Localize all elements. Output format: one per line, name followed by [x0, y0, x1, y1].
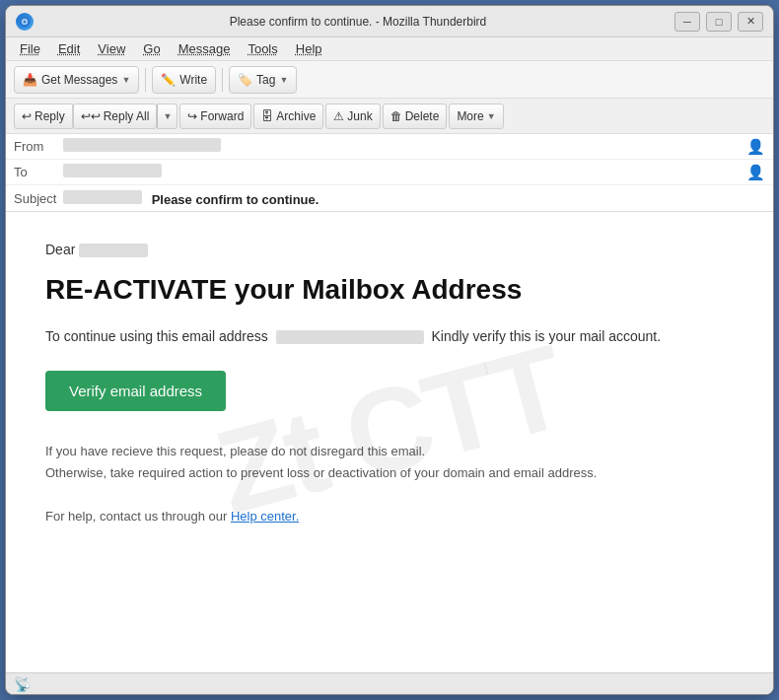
window-title: Please confirm to continue. - Mozilla Th…: [41, 15, 674, 29]
footer-help-prefix: For help, contact us through our: [45, 509, 231, 524]
tag-dropdown-icon: ▼: [279, 75, 288, 85]
menu-tools[interactable]: Tools: [240, 39, 285, 58]
email-body: Zt CTT Dear RE-ACTIVATE your Mailbox Add…: [6, 212, 773, 672]
reply-group: ↩ Reply ↩↩ Reply All ▼: [14, 104, 177, 129]
write-button[interactable]: ✏️ Write: [152, 66, 216, 94]
reply-all-label: Reply All: [104, 109, 150, 123]
forward-icon: ↪: [187, 109, 197, 123]
from-contact-icon[interactable]: 👤: [746, 138, 765, 156]
reply-dropdown-button[interactable]: ▼: [157, 104, 177, 129]
forward-label: Forward: [200, 109, 244, 123]
email-body-paragraph: To continue using this email address Kin…: [45, 326, 734, 347]
more-button[interactable]: More ▼: [449, 104, 503, 129]
status-icon: 📡: [14, 676, 31, 692]
tag-label: Tag: [256, 73, 275, 87]
junk-icon: ⚠: [333, 109, 344, 123]
footer-line-1: If you have recieve this request, please…: [45, 441, 734, 462]
to-value: [63, 164, 741, 180]
menu-file[interactable]: File: [12, 39, 48, 58]
subject-text: Please confirm to continue.: [152, 192, 319, 207]
email-address-blurred: [276, 330, 424, 344]
reply-icon: ↩: [22, 109, 32, 123]
tag-icon: 🏷️: [238, 73, 252, 87]
body-suffix: Kindly verify this is your mail account.: [431, 328, 661, 344]
get-messages-dropdown-icon: ▼: [121, 75, 130, 85]
menu-go[interactable]: Go: [135, 39, 168, 58]
subject-row: Subject Please confirm to continue.: [6, 185, 773, 211]
write-icon: ✏️: [161, 73, 176, 87]
from-value: [63, 138, 741, 155]
delete-label: Delete: [405, 109, 440, 123]
email-footer: If you have recieve this request, please…: [45, 441, 734, 527]
reply-dropdown-icon: ▼: [163, 111, 172, 121]
from-row: From 👤: [6, 134, 773, 160]
get-messages-label: Get Messages: [41, 73, 117, 87]
subject-value: Please confirm to continue.: [63, 190, 765, 207]
tag-button[interactable]: 🏷️ Tag ▼: [229, 66, 297, 94]
email-headers: From 👤 To 👤 Subject Please confirm to co…: [6, 134, 773, 212]
app-window: Please confirm to continue. - Mozilla Th…: [5, 5, 774, 695]
archive-label: Archive: [276, 109, 316, 123]
subject-blurred: [63, 190, 142, 204]
verify-email-button[interactable]: Verify email address: [45, 371, 226, 411]
subject-label: Subject: [14, 191, 63, 206]
delete-button[interactable]: 🗑 Delete: [383, 104, 448, 129]
footer-line-2: Otherwise, take required action to preve…: [45, 462, 734, 484]
action-bar: ↩ Reply ↩↩ Reply All ▼ ↪ Forward 🗄 Archi…: [6, 99, 773, 134]
more-dropdown-icon: ▼: [487, 111, 496, 121]
to-contact-icon[interactable]: 👤: [746, 164, 765, 181]
email-greeting: Dear: [45, 242, 734, 257]
toolbar-separator-1: [145, 68, 146, 92]
junk-button[interactable]: ⚠ Junk: [325, 104, 380, 129]
reply-label: Reply: [35, 109, 65, 123]
titlebar: Please confirm to continue. - Mozilla Th…: [6, 6, 773, 37]
menu-view[interactable]: View: [90, 39, 133, 58]
maximize-button[interactable]: □: [706, 12, 732, 32]
get-messages-icon: 📥: [23, 73, 37, 87]
reply-button[interactable]: ↩ Reply: [14, 104, 73, 129]
delete-icon: 🗑: [390, 109, 402, 123]
from-value-blurred: [63, 138, 221, 152]
write-label: Write: [179, 73, 207, 87]
more-label: More: [457, 109, 483, 123]
close-button[interactable]: ✕: [738, 12, 763, 32]
footer-help-line: For help, contact us through our Help ce…: [45, 506, 734, 527]
app-icon: [16, 13, 34, 31]
archive-button[interactable]: 🗄 Archive: [253, 104, 323, 129]
forward-button[interactable]: ↪ Forward: [179, 104, 251, 129]
dear-name-blurred: [79, 244, 148, 257]
toolbar: 📥 Get Messages ▼ ✏️ Write 🏷️ Tag ▼: [6, 61, 773, 99]
to-label: To: [14, 165, 63, 179]
to-row: To 👤: [6, 160, 773, 185]
archive-icon: 🗄: [261, 109, 273, 123]
help-center-link[interactable]: Help center.: [231, 509, 299, 524]
reply-all-icon: ↩↩: [81, 109, 101, 123]
get-messages-button[interactable]: 📥 Get Messages ▼: [14, 66, 139, 94]
minimize-button[interactable]: ─: [674, 12, 700, 32]
reply-all-button[interactable]: ↩↩ Reply All: [73, 104, 158, 129]
to-value-blurred: [63, 164, 162, 177]
window-controls: ─ □ ✕: [674, 12, 763, 32]
statusbar: 📡: [6, 672, 773, 694]
toolbar-separator-2: [222, 68, 223, 92]
menu-edit[interactable]: Edit: [50, 39, 88, 58]
from-label: From: [14, 139, 63, 154]
body-prefix: To continue using this email address: [45, 328, 268, 344]
email-content: Dear RE-ACTIVATE your Mailbox Address To…: [45, 242, 734, 527]
dear-text: Dear: [45, 242, 75, 257]
svg-point-2: [24, 20, 27, 23]
menu-message[interactable]: Message: [171, 39, 239, 58]
email-heading: RE-ACTIVATE your Mailbox Address: [45, 273, 734, 307]
menubar: File Edit View Go Message Tools Help: [6, 37, 773, 61]
menu-help[interactable]: Help: [288, 39, 330, 58]
junk-label: Junk: [347, 109, 372, 123]
